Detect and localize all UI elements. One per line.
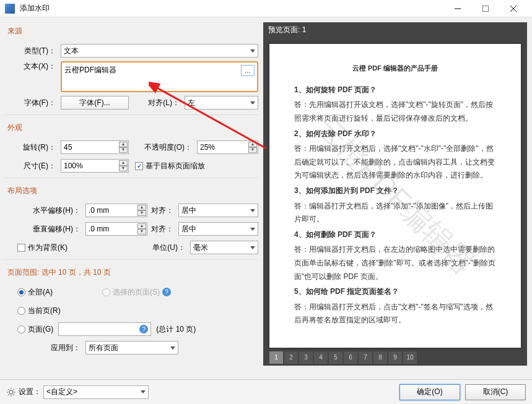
pages-input[interactable]: ? (58, 322, 151, 336)
opacity-label: 不透明度(O)： (141, 142, 197, 153)
page-navigator: 1 2 3 4 5 6 7 8 9 10 (269, 351, 521, 364)
halign-combo[interactable]: 居中 (178, 204, 258, 217)
settings-label: 设置： (19, 387, 41, 397)
type-label: 类型(T)： (5, 46, 61, 56)
chevron-down-icon (250, 209, 255, 212)
chevron-down-icon (170, 346, 175, 350)
page-thumb[interactable]: 8 (373, 351, 387, 364)
page-thumb[interactable]: 2 (284, 351, 298, 364)
watermark-text-input[interactable]: 云橙PDF编辑器 ... (61, 61, 258, 92)
radio-current[interactable] (17, 307, 25, 315)
section-layout: 布局选项 (5, 182, 258, 200)
size-spinner[interactable]: 100% ▲▼ (61, 159, 129, 173)
section-pagerange: 页面范围: 选中 10 页，共 10 页 (5, 264, 258, 282)
page-thumb[interactable]: 9 (388, 351, 402, 364)
section-appearance: 外观 (5, 119, 258, 137)
page-thumb[interactable]: 5 (329, 351, 342, 364)
voffset-label: 垂直偏移(H)： (5, 224, 85, 234)
rotate-label: 旋转(R)： (5, 142, 61, 153)
valign-label: 对齐： (147, 224, 178, 234)
chevron-down-icon (250, 49, 255, 53)
page-thumb[interactable]: 3 (299, 351, 313, 364)
page-thumb[interactable]: 1 (269, 351, 283, 364)
svg-rect-1 (482, 6, 489, 12)
chevron-down-icon (250, 246, 255, 249)
preview-panel: 预览页面: 1 云橙 PDF 编辑器的产品手册 1、如何旋转 PDF 页面？ 答… (263, 17, 532, 379)
svg-point-5 (9, 390, 13, 394)
background-checkbox[interactable] (17, 244, 25, 252)
settings-combo[interactable]: <自定义> (43, 385, 149, 399)
type-combo[interactable]: 文本 (61, 44, 258, 58)
settings-panel: 来源 类型(T)： 文本 文本(X)： 云橙PDF编辑器 ... 字体(F)： … (0, 17, 263, 379)
chevron-down-icon (250, 101, 255, 105)
total-pages: (总计 10 页) (156, 324, 196, 335)
page-thumb[interactable]: 4 (314, 351, 328, 364)
rotate-spinner[interactable]: 45 ▲▼ (61, 140, 129, 154)
unit-label: 单位(U)： (147, 243, 190, 253)
apply-label: 应用到： (5, 343, 85, 353)
ok-button[interactable]: 确定(O) (399, 384, 460, 400)
opacity-spinner[interactable]: 25% ▲▼ (197, 140, 258, 154)
help-icon[interactable]: ? (139, 325, 148, 333)
apply-combo[interactable]: 所有页面 (85, 341, 178, 355)
size-label: 尺寸(E)： (5, 161, 61, 171)
preview-page: 云橙 PDF 编辑器的产品手册 1、如何旋转 PDF 页面？ 答：先用编辑器打开… (269, 44, 521, 348)
close-button[interactable] (499, 0, 527, 17)
scale-label: 基于目标页面缩放 (146, 161, 205, 171)
title-bar: 添加水印 (0, 0, 532, 17)
page-thumb[interactable]: 10 (403, 351, 417, 364)
background-label: 作为背景(K) (28, 243, 68, 253)
radio-all[interactable] (17, 288, 25, 296)
font-label: 字体(F)： (5, 98, 61, 108)
voffset-spinner[interactable]: .0 mm ▲▼ (85, 222, 147, 236)
page-thumb[interactable]: 7 (359, 351, 372, 364)
font-button[interactable]: 字体(F)... (61, 96, 129, 110)
dialog-footer: 设置： <自定义> 确定(O) 取消(C) (0, 379, 532, 404)
text-label: 文本(X)： (5, 61, 61, 72)
hoffset-spinner[interactable]: .0 mm ▲▼ (85, 204, 147, 217)
radio-pages[interactable] (17, 325, 25, 333)
window-title: 添加水印 (20, 3, 443, 14)
preview-title: 预览页面: 1 (263, 22, 527, 38)
help-icon[interactable]: ? (162, 288, 171, 296)
valign-combo[interactable]: 居中 (178, 222, 258, 236)
align-combo[interactable]: 左 (185, 96, 258, 110)
chevron-down-icon (250, 228, 255, 231)
hoffset-label: 水平偏移(H)： (5, 205, 85, 216)
radio-selected[interactable] (102, 288, 110, 296)
unit-combo[interactable]: 毫米 (190, 241, 258, 254)
halign-label: 对齐： (147, 205, 178, 216)
gear-icon (6, 387, 16, 397)
scale-checkbox[interactable] (135, 162, 143, 170)
maximize-button[interactable] (471, 0, 499, 17)
page-thumb[interactable]: 6 (344, 351, 357, 364)
browse-button[interactable]: ... (241, 65, 255, 76)
chevron-down-icon (141, 390, 146, 393)
cancel-button[interactable]: 取消(C) (465, 384, 526, 400)
align-label: 对齐(L)： (141, 98, 185, 108)
minimize-button[interactable] (443, 0, 471, 17)
app-icon (5, 4, 15, 14)
section-source: 来源 (5, 22, 258, 40)
